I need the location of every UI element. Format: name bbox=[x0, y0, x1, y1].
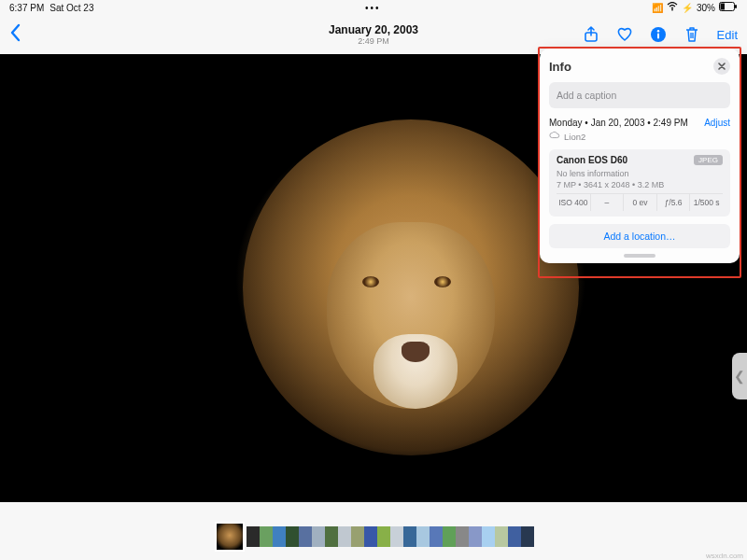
info-panel: Info Add a caption Monday • Jan 20, 2003… bbox=[540, 49, 740, 263]
thumbnail[interactable] bbox=[495, 526, 508, 547]
lens-info: No lens information bbox=[557, 169, 723, 178]
exif-aperture: ƒ/5.6 bbox=[656, 194, 690, 211]
edit-button[interactable]: Edit bbox=[717, 28, 738, 42]
camera-metadata: Canon EOS D60 JPEG No lens information 7… bbox=[549, 149, 730, 217]
thumbnail-strip[interactable] bbox=[0, 523, 747, 551]
thumbnail[interactable] bbox=[482, 526, 495, 547]
file-format-badge: JPEG bbox=[694, 155, 723, 165]
exif-ev: 0 ev bbox=[623, 194, 656, 211]
thumbnail[interactable] bbox=[312, 526, 325, 547]
photo-filename: Lion2 bbox=[564, 132, 585, 142]
thumbnail[interactable] bbox=[247, 526, 260, 547]
thumbnail[interactable] bbox=[338, 526, 351, 547]
thumbnail[interactable] bbox=[443, 526, 456, 547]
thumbnail[interactable] bbox=[416, 526, 430, 547]
thumbnail[interactable] bbox=[299, 526, 312, 547]
thumbnail[interactable] bbox=[260, 526, 273, 547]
close-info-button[interactable] bbox=[713, 58, 730, 75]
watermark: wsxdn.com bbox=[706, 552, 743, 560]
thumbnail[interactable] bbox=[286, 526, 299, 547]
caption-input[interactable]: Add a caption bbox=[549, 82, 730, 108]
photo-datetime: Monday • Jan 20, 2003 • 2:49 PM bbox=[549, 118, 688, 128]
thumbnail[interactable] bbox=[469, 526, 482, 547]
thumbnail[interactable] bbox=[351, 526, 364, 547]
thumbnail[interactable] bbox=[325, 526, 338, 547]
favorite-button[interactable] bbox=[616, 26, 633, 43]
thumbnail-selected[interactable] bbox=[217, 524, 243, 550]
status-bar: 6:37 PM Sat Oct 23 ••• 📶 ⚡ 30% bbox=[0, 0, 747, 15]
info-panel-title: Info bbox=[549, 60, 571, 74]
exif-iso: ISO 400 bbox=[557, 194, 590, 211]
next-photo-handle[interactable]: ❮ bbox=[732, 353, 747, 399]
delete-button[interactable] bbox=[684, 26, 700, 43]
statusbar-ellipsis: ••• bbox=[365, 3, 381, 13]
photo-image bbox=[434, 276, 451, 287]
thumbnail[interactable] bbox=[430, 526, 443, 547]
svg-rect-7 bbox=[657, 34, 659, 39]
svg-rect-2 bbox=[721, 4, 726, 10]
back-button[interactable] bbox=[9, 23, 22, 46]
thumbnail[interactable] bbox=[456, 526, 469, 547]
thumbnail[interactable] bbox=[390, 526, 403, 547]
wifi-icon bbox=[667, 2, 678, 13]
thumbnail[interactable] bbox=[521, 526, 534, 547]
statusbar-date: Sat Oct 23 bbox=[49, 3, 93, 13]
statusbar-time: 6:37 PM bbox=[9, 3, 44, 13]
thumbnail[interactable] bbox=[508, 526, 521, 547]
svg-rect-3 bbox=[735, 5, 737, 8]
adjust-datetime-button[interactable]: Adjust bbox=[704, 118, 730, 128]
svg-point-0 bbox=[671, 9, 673, 11]
add-location-button[interactable]: Add a location… bbox=[549, 224, 730, 248]
exif-focal: – bbox=[590, 194, 624, 211]
exif-shutter: 1/500 s bbox=[689, 194, 723, 211]
battery-charging-icon: ⚡ bbox=[682, 3, 693, 13]
resolution-info: 7 MP • 3641 x 2048 • 3.2 MB bbox=[557, 180, 723, 189]
svg-point-6 bbox=[656, 30, 658, 32]
caption-placeholder: Add a caption bbox=[557, 90, 616, 101]
battery-percent: 30% bbox=[697, 3, 715, 13]
thumbnail[interactable] bbox=[364, 526, 377, 547]
sheet-grabber[interactable] bbox=[624, 254, 655, 258]
share-button[interactable] bbox=[583, 26, 599, 43]
photo-image bbox=[362, 276, 379, 287]
thumbnail[interactable] bbox=[377, 526, 390, 547]
photo-image bbox=[402, 342, 430, 362]
thumbnail[interactable] bbox=[273, 526, 286, 547]
cloud-icon bbox=[549, 131, 560, 142]
cellular-icon: 📶 bbox=[652, 3, 663, 13]
nav-actions: Edit bbox=[583, 26, 738, 43]
battery-icon bbox=[719, 2, 738, 13]
thumbnail[interactable] bbox=[403, 526, 416, 547]
camera-model: Canon EOS D60 bbox=[557, 155, 627, 165]
info-button[interactable] bbox=[650, 26, 667, 43]
